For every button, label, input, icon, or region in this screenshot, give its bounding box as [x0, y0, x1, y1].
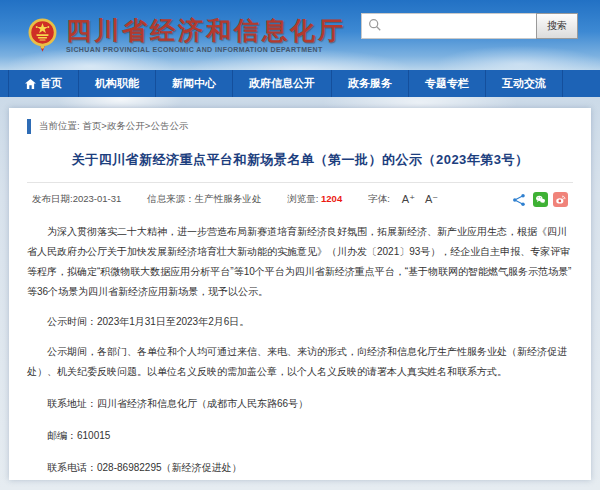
article-title: 关于四川省新经济重点平台和新场景名单（第一批）的公示（2023年第3号）	[27, 151, 573, 169]
view-count-label: 浏览量:	[287, 193, 318, 204]
site-subtitle: SICHUAN PROVINCIAL ECONOMIC AND INFORMAT…	[66, 46, 346, 53]
content-card: 当前位置: 首页>政务公开>公告公示 关于四川省新经济重点平台和新场景名单（第一…	[9, 108, 591, 480]
search-input[interactable]	[361, 13, 536, 39]
nav-item-home[interactable]: 首页	[8, 70, 79, 97]
nav-item-label: 机构职能	[95, 76, 139, 91]
search-icon	[368, 18, 382, 32]
view-count-value: 1204	[321, 193, 342, 204]
search-button[interactable]: 搜索	[536, 13, 578, 39]
weibo-share-icon[interactable]	[553, 192, 568, 207]
site-logo[interactable]: 四川省经济和信息化厅 SICHUAN PROVINCIAL ECONOMIC A…	[27, 17, 346, 54]
site-search: 搜索	[361, 13, 578, 39]
breadcrumb-label: 当前位置:	[39, 120, 80, 133]
article-paragraph: 为深入贯彻落实二十大精神，进一步营造布局新赛道培育新经济良好氛围，拓展新经济、新…	[27, 222, 573, 302]
publish-date: 发布日期:2023-01-31	[32, 193, 121, 206]
nav-item-interaction[interactable]: 互动交流	[486, 70, 563, 97]
nav-item-label: 新闻中心	[172, 76, 216, 91]
nav-item-label: 政府信息公开	[249, 76, 315, 91]
title-divider	[27, 182, 573, 183]
article-paragraph: 公示时间：2023年1月31日至2023年2月6日。	[27, 312, 573, 332]
info-source: 信息来源：生产性服务业处	[147, 193, 261, 206]
site-header: 四川省经济和信息化厅 SICHUAN PROVINCIAL ECONOMIC A…	[0, 0, 600, 70]
home-icon	[25, 79, 36, 89]
info-source-value: 生产性服务业处	[195, 193, 262, 204]
share-icon[interactable]	[512, 193, 526, 207]
nav-item-label: 首页	[40, 76, 62, 91]
contact-phone: 联系电话：028-86982295（新经济促进处）	[27, 458, 573, 478]
site-title: 四川省经济和信息化厅	[66, 18, 346, 43]
info-source-label: 信息来源：	[147, 193, 195, 204]
breadcrumb-path[interactable]: 首页>政务公开>公告公示	[82, 120, 188, 133]
nav-item-gov-info[interactable]: 政府信息公开	[233, 70, 332, 97]
article-body: 为深入贯彻落实二十大精神，进一步营造布局新赛道培育新经济良好氛围，拓展新经济、新…	[27, 222, 573, 478]
nav-item-services[interactable]: 政务服务	[332, 70, 409, 97]
breadcrumb-accent-bar	[27, 119, 31, 134]
nav-item-label: 政务服务	[348, 76, 392, 91]
article-meta: 发布日期:2023-01-31 信息来源：生产性服务业处 浏览量: 1204 字…	[27, 192, 573, 207]
font-larger-button[interactable]: A⁺	[402, 193, 415, 206]
publish-date-value: 2023-01-31	[73, 193, 122, 204]
national-emblem-icon	[27, 17, 58, 54]
nav-item-org[interactable]: 机构职能	[79, 70, 156, 97]
publish-date-label: 发布日期:	[32, 193, 73, 204]
wechat-share-icon[interactable]	[533, 192, 548, 207]
main-nav: 首页 机构职能 新闻中心 政府信息公开 政务服务 专题专栏 互动交流	[0, 70, 600, 97]
breadcrumb: 当前位置: 首页>政务公开>公告公示	[27, 119, 573, 134]
view-count: 浏览量: 1204	[287, 193, 342, 206]
article-paragraph: 公示期间，各部门、各单位和个人均可通过来信、来电、来访的形式，向经济和信息化厅生…	[27, 342, 573, 382]
nav-item-news[interactable]: 新闻中心	[156, 70, 233, 97]
share-group	[512, 192, 568, 207]
nav-item-label: 互动交流	[502, 76, 546, 91]
contact-address: 联系地址：四川省经济和信息化厅（成都市人民东路66号）	[27, 394, 573, 414]
contact-postcode: 邮编：610015	[27, 426, 573, 446]
nav-item-label: 专题专栏	[425, 76, 469, 91]
font-smaller-button[interactable]: A⁻	[425, 193, 438, 206]
font-size-label: 字体:	[368, 193, 390, 206]
nav-item-topics[interactable]: 专题专栏	[409, 70, 486, 97]
